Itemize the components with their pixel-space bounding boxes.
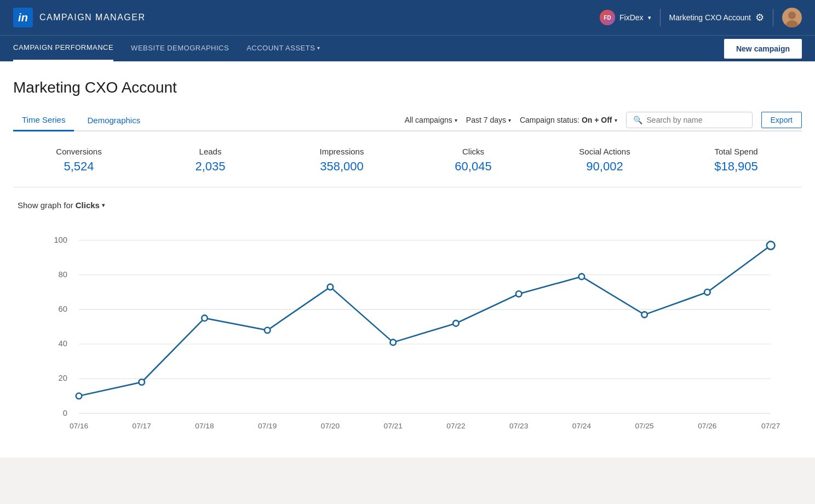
export-button[interactable]: Export	[761, 112, 802, 128]
svg-text:07/25: 07/25	[635, 422, 655, 430]
metric-total-spend: Total Spend $18,905	[670, 147, 802, 174]
metric-total-spend-value: $18,905	[670, 159, 802, 174]
data-point-2	[202, 315, 208, 321]
nav-links: CAMPAIGN PERFORMANCE WEBSITE DEMOGRAPHIC…	[13, 36, 320, 61]
svg-text:07/17: 07/17	[133, 422, 151, 430]
metric-clicks-label: Clicks	[408, 147, 539, 156]
graph-section: Show graph for Clicks ▾ 100 80 60	[13, 187, 802, 457]
svg-text:07/24: 07/24	[572, 422, 592, 430]
account-icon: FD	[600, 10, 615, 25]
top-bar-left: in CAMPAIGN MANAGER	[13, 8, 146, 27]
show-graph-for-label: Show graph for	[18, 201, 73, 210]
svg-text:07/21: 07/21	[384, 422, 403, 430]
main-content: Marketing CXO Account Time Series Demogr…	[0, 61, 815, 457]
svg-text:0: 0	[63, 409, 67, 417]
metric-social-actions: Social Actions 90,002	[539, 147, 670, 174]
account-name: FixDex	[619, 13, 644, 22]
app-title: CAMPAIGN MANAGER	[39, 13, 146, 22]
data-point-0	[76, 393, 82, 399]
date-range-filter[interactable]: Past 7 days ▾	[466, 116, 511, 124]
data-point-4	[328, 284, 334, 290]
metric-leads-value: 2,035	[145, 159, 276, 174]
top-bar-right: FD FixDex ▾ Marketing CXO Account ⚙	[600, 8, 802, 27]
metric-impressions-value: 358,000	[276, 159, 408, 174]
metric-clicks-value: 60,045	[408, 159, 539, 174]
metric-clicks: Clicks 60,045	[408, 147, 539, 174]
metric-leads: Leads 2,035	[145, 147, 276, 174]
metric-total-spend-label: Total Spend	[670, 147, 802, 156]
page-title: Marketing CXO Account	[13, 79, 802, 96]
secondary-navigation: CAMPAIGN PERFORMANCE WEBSITE DEMOGRAPHIC…	[0, 35, 815, 61]
svg-text:40: 40	[59, 339, 67, 348]
svg-text:07/18: 07/18	[195, 422, 214, 430]
svg-text:07/23: 07/23	[509, 422, 528, 430]
metric-social-actions-label: Social Actions	[539, 147, 670, 156]
svg-text:100: 100	[54, 236, 67, 244]
svg-text:20: 20	[59, 374, 67, 382]
linkedin-logo: in	[13, 8, 33, 27]
data-point-5	[390, 340, 396, 346]
svg-text:FD: FD	[604, 15, 611, 21]
data-point-3	[265, 328, 271, 334]
line-chart: 100 80 60 40 20 0 07/16 07/17	[18, 223, 797, 442]
data-point-7	[516, 291, 522, 297]
new-campaign-button[interactable]: New campaign	[724, 39, 802, 59]
data-point-1	[139, 379, 145, 385]
account-assets-arrow: ▾	[317, 45, 320, 51]
graph-header: Show graph for Clicks ▾	[13, 201, 802, 210]
svg-text:07/19: 07/19	[258, 422, 277, 430]
metric-conversions: Conversions 5,524	[13, 147, 145, 174]
tab-filter-row: Time Series Demographics All campaigns ▾…	[13, 110, 802, 131]
search-input[interactable]	[647, 116, 745, 124]
svg-text:07/16: 07/16	[70, 422, 88, 430]
svg-text:07/20: 07/20	[321, 422, 340, 430]
metric-impressions-label: Impressions	[276, 147, 408, 156]
svg-text:07/22: 07/22	[446, 422, 465, 430]
top-navigation-bar: in CAMPAIGN MANAGER FD FixDex ▾	[0, 0, 815, 35]
data-point-6	[453, 320, 459, 327]
tab-time-series[interactable]: Time Series	[13, 110, 74, 131]
metric-conversions-value: 5,524	[13, 159, 145, 174]
top-bar-divider	[660, 9, 661, 26]
campaigns-arrow: ▾	[455, 117, 457, 123]
search-box: 🔍	[626, 112, 753, 128]
campaign-status-filter[interactable]: Campaign status: On + Off ▾	[520, 116, 617, 124]
gear-icon[interactable]: ⚙	[755, 12, 764, 24]
metric-leads-label: Leads	[145, 147, 276, 156]
svg-text:07/26: 07/26	[698, 422, 716, 430]
svg-text:07/27: 07/27	[761, 422, 780, 430]
all-campaigns-filter[interactable]: All campaigns ▾	[405, 116, 457, 124]
svg-point-3	[788, 12, 796, 19]
data-point-8	[579, 274, 585, 280]
search-icon: 🔍	[633, 116, 642, 124]
data-point-9	[641, 312, 647, 318]
metric-conversions-label: Conversions	[13, 147, 145, 156]
tab-filters: All campaigns ▾ Past 7 days ▾ Campaign s…	[405, 112, 802, 128]
metrics-row: Conversions 5,524 Leads 2,035 Impression…	[13, 131, 802, 187]
nav-account-assets[interactable]: ACCOUNT ASSETS ▾	[246, 36, 320, 61]
tab-demographics[interactable]: Demographics	[78, 110, 149, 130]
metric-impressions: Impressions 358,000	[276, 147, 408, 174]
chart-container: 100 80 60 40 20 0 07/16 07/17	[13, 223, 802, 444]
date-range-arrow: ▾	[508, 117, 511, 123]
data-point-10	[704, 289, 710, 295]
account-dropdown-arrow: ▾	[648, 14, 651, 21]
linkedin-logo-text: in	[18, 12, 28, 24]
account-selector[interactable]: FD FixDex ▾	[600, 10, 651, 25]
profile-avatar[interactable]	[782, 8, 802, 27]
nav-website-demographics[interactable]: WEBSITE DEMOGRAPHICS	[131, 36, 229, 61]
top-bar-divider-2	[773, 9, 773, 26]
marketing-account-label: Marketing CXO Account ⚙	[669, 12, 764, 24]
status-arrow: ▾	[615, 117, 617, 123]
graph-metric-arrow: ▾	[102, 202, 105, 208]
svg-text:80: 80	[59, 270, 67, 279]
graph-metric-selector[interactable]: Clicks ▾	[76, 201, 105, 210]
metric-social-actions-value: 90,002	[539, 159, 670, 174]
graph-metric-label: Clicks	[76, 201, 100, 210]
nav-campaign-performance[interactable]: CAMPAIGN PERFORMANCE	[13, 36, 113, 61]
svg-text:60: 60	[59, 305, 67, 313]
data-point-11	[767, 242, 775, 250]
